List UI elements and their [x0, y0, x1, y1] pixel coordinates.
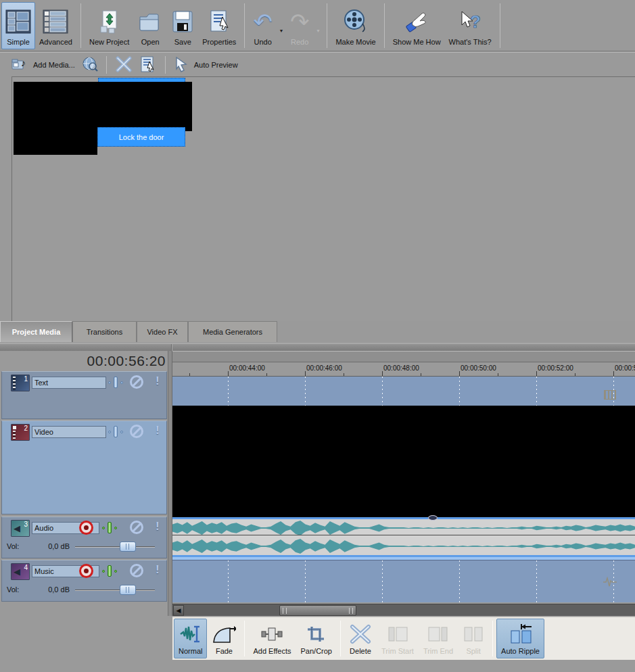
- delete-button[interactable]: Delete: [344, 619, 377, 658]
- track-header-text[interactable]: 1 !: [1, 371, 167, 419]
- track1-name-input[interactable]: [32, 377, 106, 389]
- track3-volume-slider[interactable]: [75, 546, 155, 548]
- toolbar-separator: [492, 621, 493, 656]
- trim-end-button[interactable]: Trim End: [419, 619, 458, 658]
- add-effects-button[interactable]: Add Effects: [248, 619, 296, 658]
- track2-name-input[interactable]: [32, 426, 106, 438]
- auto-ripple-button[interactable]: Auto Ripple: [496, 619, 544, 658]
- track1-solo-icon[interactable]: !: [156, 375, 160, 388]
- track4-volume-slider[interactable]: [75, 590, 155, 591]
- trim-start-button[interactable]: Trim Start: [377, 619, 419, 658]
- track-header-video[interactable]: 2 !: [1, 421, 167, 514]
- media-thumbnail[interactable]: [14, 131, 97, 155]
- save-button[interactable]: Save: [167, 2, 198, 49]
- track3-record-button[interactable]: [79, 521, 93, 535]
- text-event-film-icon[interactable]: [604, 390, 616, 400]
- slider-thumb[interactable]: [120, 585, 136, 595]
- media-properties-button[interactable]: [136, 54, 160, 76]
- timeline-gridline: [382, 560, 383, 602]
- tab-video-fx[interactable]: Video FX: [137, 321, 188, 342]
- track4-record-button[interactable]: [79, 564, 93, 578]
- show-me-how-button[interactable]: Show Me How: [389, 2, 445, 49]
- tab-project-media[interactable]: Project Media: [0, 321, 72, 342]
- track-header-music[interactable]: ◀ 4 ! Vol: 0,0 dB: [1, 560, 167, 602]
- waveform-right-channel: [172, 537, 635, 555]
- open-button[interactable]: Open: [133, 2, 167, 49]
- delete-x-icon: [115, 56, 133, 74]
- speaker-icon: ◀: [14, 567, 20, 577]
- normal-tool-button[interactable]: Normal: [174, 619, 207, 658]
- add-effects-icon: [260, 623, 284, 646]
- track4-solo-icon[interactable]: !: [156, 563, 160, 577]
- track4-mute-icon[interactable]: [130, 564, 143, 577]
- track-list-divider[interactable]: [168, 351, 172, 616]
- redo-button[interactable]: ↷ Redo: [286, 2, 314, 49]
- toolbar-separator: [327, 3, 327, 48]
- track2-mute-icon[interactable]: [130, 425, 143, 438]
- track2-solo-icon[interactable]: !: [156, 424, 160, 437]
- whats-this-button[interactable]: ? What's This?: [445, 2, 496, 49]
- simple-mode-button[interactable]: Simple: [1, 2, 35, 49]
- split-button[interactable]: Split: [458, 619, 489, 658]
- timeline-horizontal-scrollbar[interactable]: ◀: [172, 604, 635, 616]
- remove-media-button[interactable]: [112, 54, 136, 76]
- scrollbar-left-arrow[interactable]: ◀: [173, 605, 184, 616]
- undo-button[interactable]: ↶ Undo: [249, 2, 277, 49]
- ruler-minor-tick: [575, 373, 575, 376]
- get-media-web-button[interactable]: [78, 54, 101, 76]
- marker-bar[interactable]: [172, 351, 635, 362]
- fade-label: Fade: [216, 647, 233, 655]
- fade-tool-button[interactable]: Fade: [207, 619, 241, 658]
- track3-solo-icon[interactable]: !: [156, 520, 160, 533]
- track-header-audio[interactable]: ◀ 3 ! Vol: 0,0 dB: [1, 517, 167, 558]
- track4-pan-icon[interactable]: [102, 565, 117, 577]
- track-number: 2: [24, 425, 28, 432]
- selected-media-label: Lock the door: [119, 133, 164, 141]
- tab-media-generators[interactable]: Media Generators: [188, 321, 277, 342]
- track1-mute-icon[interactable]: [130, 375, 143, 389]
- new-project-button[interactable]: New Project: [85, 2, 133, 49]
- media-thumbnail[interactable]: [14, 82, 192, 131]
- time-ruler[interactable]: 00:00:44:0000:00:46:0000:00:48:0000:00:5…: [172, 363, 635, 377]
- track1-pan-icon[interactable]: [108, 377, 123, 389]
- track3-mute-icon[interactable]: [130, 521, 143, 534]
- editing-toolbar: Normal Fade Add Effects Pan/Crop Delete …: [172, 617, 635, 660]
- music-track-lane[interactable]: [172, 560, 635, 602]
- slider-thumb[interactable]: [120, 542, 136, 552]
- audio-event[interactable]: [172, 517, 635, 557]
- media-properties-icon: [139, 56, 157, 74]
- trim-start-icon: [386, 623, 409, 646]
- ruler-minor-tick: [266, 373, 267, 376]
- ruler-minor-tick: [344, 373, 344, 376]
- project-media-list: Lock the door: [11, 76, 635, 321]
- advanced-label: Advanced: [39, 38, 72, 46]
- envelope-point[interactable]: [428, 515, 438, 521]
- ruler-tick: [305, 371, 306, 376]
- video-event[interactable]: [172, 406, 635, 517]
- text-track-lane[interactable]: [172, 377, 635, 406]
- tab-label: Project Media: [12, 328, 61, 336]
- timeline-gridline: [459, 560, 460, 602]
- advanced-layout-icon: [43, 7, 68, 36]
- ruler-tick: [382, 371, 383, 376]
- undo-dropdown-arrow[interactable]: ▼: [277, 11, 286, 49]
- track2-pan-icon[interactable]: [108, 426, 123, 438]
- pane-splitter-bar[interactable]: [0, 343, 635, 351]
- pan-crop-icon: [306, 623, 327, 646]
- scrollbar-thumb[interactable]: [279, 605, 356, 616]
- auto-preview-button[interactable]: Auto Preview: [170, 54, 241, 76]
- timecode-display: 00:00:56:20: [0, 351, 168, 371]
- toolbar-separator: [500, 3, 500, 48]
- pan-crop-button[interactable]: Pan/Crop: [296, 619, 337, 658]
- add-media-button[interactable]: ♪ Add Media...: [8, 55, 78, 75]
- properties-button[interactable]: Properties: [198, 2, 240, 49]
- redo-dropdown-arrow[interactable]: ▼: [313, 11, 323, 49]
- track4-volume-row: Vol: 0,0 dB: [2, 583, 168, 597]
- ruler-minor-tick: [189, 373, 190, 376]
- tab-transitions[interactable]: Transitions: [72, 321, 137, 342]
- advanced-mode-button[interactable]: Advanced: [35, 2, 76, 49]
- ruler-minor-tick: [498, 373, 498, 376]
- selected-media-item[interactable]: Lock the door: [97, 127, 185, 147]
- make-movie-button[interactable]: Make Movie: [331, 2, 379, 49]
- track3-pan-icon[interactable]: [102, 522, 117, 534]
